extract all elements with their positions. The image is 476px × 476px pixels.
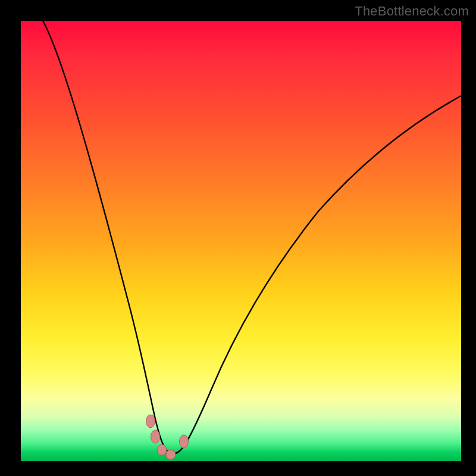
bottleneck-curve (43, 21, 461, 454)
marker-valley-left-2 (151, 430, 160, 443)
marker-valley-bottom-1 (157, 444, 167, 455)
marker-valley-left-1 (146, 415, 155, 428)
marker-valley-right (180, 435, 189, 448)
valley-markers (146, 415, 189, 459)
plot-area (21, 21, 461, 461)
marker-valley-bottom-2 (166, 450, 176, 459)
curve-layer (21, 21, 461, 461)
watermark-text: TheBottleneck.com (355, 4, 469, 19)
chart-frame: TheBottleneck.com (0, 0, 476, 476)
